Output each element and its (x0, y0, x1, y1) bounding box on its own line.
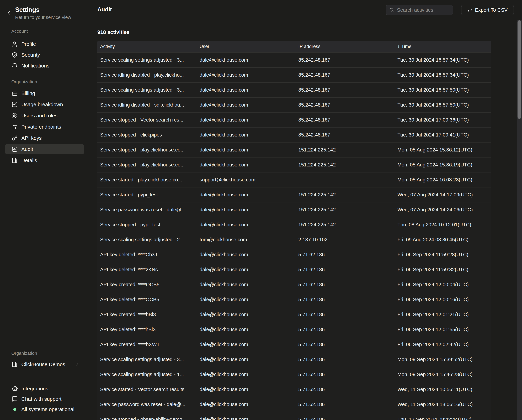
table-row[interactable]: API key created: ****hBl3 dale@clickhous… (97, 307, 491, 322)
sidebar-item-label: Audit (21, 146, 33, 152)
table-header-row: Activity User IP address ↓ Time (97, 41, 491, 52)
cell-time: Thu, 08 Aug 2024 10:12:01(UTC) (395, 222, 491, 227)
column-header-time[interactable]: ↓ Time (395, 44, 491, 49)
sidebar-item-label: Security (21, 52, 40, 58)
cell-user: dale@clickhouse.com (197, 192, 296, 198)
cell-activity: Service scaling settings adjusted - 3... (97, 57, 197, 63)
table-row[interactable]: API key deleted: ****2KNc dale@clickhous… (97, 262, 491, 277)
table-row[interactable]: API key deleted: ****OCB5 dale@clickhous… (97, 292, 491, 307)
search-input[interactable] (397, 7, 450, 13)
cell-user: support@clickhouse.com (197, 177, 296, 183)
sidebar-item-icon (11, 112, 18, 119)
cell-user: dale@clickhouse.com (197, 102, 296, 108)
sidebar-item-label: Integrations (21, 386, 48, 392)
sidebar-item-audit[interactable]: Audit (5, 144, 84, 154)
cell-activity: Service stopped - observability-demo (97, 417, 197, 420)
table-row[interactable]: Service stopped - observability-demo dal… (97, 412, 491, 420)
sidebar-item-security[interactable]: Security (5, 50, 84, 60)
cell-time: Fri, 06 Sep 2024 12:01:21(UTC) (395, 312, 491, 317)
sidebar-item-icon (11, 396, 18, 402)
cell-activity: Service scaling settings adjusted - 3... (97, 357, 197, 362)
table-row[interactable]: API key created: ****OCB5 dale@clickhous… (97, 277, 491, 292)
cell-activity: API key created: ****bXWT (97, 342, 197, 347)
sidebar-item-icon (11, 385, 18, 392)
table-row[interactable]: Service stopped - play.clickhouse.co... … (97, 157, 491, 172)
table-row[interactable]: Service idling disabled - sql.clickhou..… (97, 97, 491, 112)
sidebar-item-billing[interactable]: Billing (5, 88, 84, 98)
cell-user: dale@clickhouse.com (197, 147, 296, 153)
section-label-organization-switcher: Organization (11, 351, 37, 356)
activity-count: 918 activities (97, 29, 130, 35)
table-row[interactable]: API key deleted: ****CbzJ dale@clickhous… (97, 247, 491, 262)
cell-ip-address: 5.71.62.186 (296, 297, 395, 303)
cell-time: Mon, 05 Aug 2024 15:36:19(UTC) (395, 162, 491, 168)
table-row[interactable]: Service scaling settings adjusted - 1...… (97, 367, 491, 382)
table-row[interactable]: Service stopped - pypi_test dale@clickho… (97, 217, 491, 232)
table-row[interactable]: Service started - play.clickhouse.co... … (97, 172, 491, 187)
table-row[interactable]: Service started - Vector search results … (97, 382, 491, 397)
cell-ip-address: 85.242.48.167 (296, 102, 395, 108)
sidebar-item-all-systems-operational[interactable]: All systems operational (5, 404, 84, 414)
sidebar-item-label: All systems operational (21, 406, 74, 412)
cell-user: dale@clickhouse.com (197, 267, 296, 272)
cell-ip-address: 5.71.62.186 (296, 357, 395, 362)
sidebar-item-label: Profile (21, 41, 36, 47)
sidebar-item-icon (11, 90, 18, 97)
cell-time: Wed, 11 Sep 2024 18:06:16(UTC) (395, 402, 491, 407)
cell-activity: Service stopped - play.clickhouse.co... (97, 147, 197, 153)
sidebar-item-users-and-roles[interactable]: Users and roles (5, 110, 84, 121)
sidebar-divider (0, 376, 89, 376)
column-header-activity[interactable]: Activity (97, 44, 197, 49)
back-button[interactable] (6, 9, 14, 16)
vertical-scrollbar-track[interactable] (517, 20, 522, 420)
table-row[interactable]: Service password was reset - dale@... da… (97, 202, 491, 217)
sidebar-item-chat-with-support[interactable]: Chat with support (5, 394, 84, 404)
sidebar-footer-group: Integrations Chat with support All syste… (5, 383, 84, 414)
sidebar-item-icon (11, 146, 18, 153)
cell-time: Mon, 05 Aug 2024 16:08:23(UTC) (395, 177, 491, 183)
table-row[interactable]: Service scaling settings adjusted - 2...… (97, 232, 491, 247)
cell-ip-address: 151.224.225.142 (296, 162, 395, 168)
cell-user: dale@clickhouse.com (197, 417, 296, 420)
table-row[interactable]: Service scaling settings adjusted - 3...… (97, 82, 491, 97)
table-row[interactable]: Service stopped - clickpipes dale@clickh… (97, 127, 491, 142)
cell-activity: API key deleted: ****CbzJ (97, 252, 197, 257)
cell-user: dale@clickhouse.com (197, 342, 296, 347)
org-switcher-clickhouse-demos[interactable]: ClickHouse Demos (5, 359, 84, 370)
cell-ip-address: 2.137.10.102 (296, 237, 395, 242)
sidebar-item-private-endpoints[interactable]: Private endpoints (5, 122, 84, 132)
sidebar-item-details[interactable]: Details (5, 155, 84, 166)
table-row[interactable]: Service stopped - play.clickhouse.co... … (97, 142, 491, 157)
table-row[interactable]: Service started - pypi_test dale@clickho… (97, 187, 491, 202)
sidebar-item-usage-breakdown[interactable]: Usage breakdown (5, 99, 84, 110)
cell-ip-address: 85.242.48.167 (296, 117, 395, 123)
organization-nav-group: Billing Usage breakdown Users and roles … (5, 88, 84, 166)
table-row[interactable]: API key deleted: ****hBl3 dale@clickhous… (97, 322, 491, 337)
sidebar-subtitle[interactable]: Return to your service view (15, 15, 71, 20)
cell-ip-address: 85.242.48.167 (296, 87, 395, 93)
table-row[interactable]: Service scaling settings adjusted - 3...… (97, 52, 491, 67)
cell-time: Fri, 06 Sep 2024 12:00:16(UTC) (395, 297, 491, 303)
sidebar-item-icon (11, 124, 18, 130)
chevron-left-icon (6, 10, 14, 16)
column-header-user[interactable]: User (197, 44, 296, 49)
sidebar-item-api-keys[interactable]: API keys (5, 133, 84, 143)
cell-activity: Service scaling settings adjusted - 1... (97, 372, 197, 377)
sidebar-item-notifications[interactable]: Notifications (5, 61, 84, 71)
table-row[interactable]: Service stopped - Vector search res... d… (97, 112, 491, 127)
sidebar-item-integrations[interactable]: Integrations (5, 383, 84, 394)
table-row[interactable]: Service scaling settings adjusted - 3...… (97, 352, 491, 367)
export-to-csv-button[interactable]: Export To CSV (461, 5, 514, 15)
cell-ip-address: 151.224.225.142 (296, 192, 395, 198)
table-row[interactable]: API key created: ****bXWT dale@clickhous… (97, 337, 491, 352)
cell-activity: Service started - pypi_test (97, 192, 197, 198)
cell-ip-address: 5.71.62.186 (296, 267, 395, 272)
search-box[interactable] (386, 5, 453, 15)
table-row[interactable]: Service idling disabled - play.clickho..… (97, 67, 491, 82)
sidebar-item-profile[interactable]: Profile (5, 39, 84, 49)
column-header-ip-address[interactable]: IP address (296, 44, 395, 49)
table-row[interactable]: Service password was reset - dale@... da… (97, 397, 491, 412)
sort-desc-icon: ↓ (398, 44, 400, 49)
vertical-scrollbar-thumb[interactable] (518, 20, 521, 119)
cell-ip-address: - (296, 177, 395, 183)
